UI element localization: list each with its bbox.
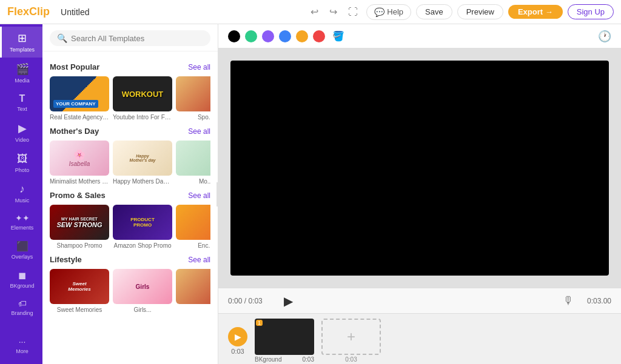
sidebar-item-video[interactable]: ▶ Video bbox=[0, 117, 42, 148]
sidebar-item-text[interactable]: T Text bbox=[0, 88, 42, 117]
branding-icon: 🏷 bbox=[18, 299, 27, 308]
template-label-life1: Sweet Memories bbox=[50, 306, 109, 313]
main-area: ⊞ Templates 🎬 Media T Text ▶ Video 🖼 Pho… bbox=[0, 24, 621, 364]
template-card-workout[interactable]: WORKOUT Youtube Intro For Fitness bbox=[113, 76, 172, 121]
text-icon: T bbox=[19, 93, 25, 104]
sidebar-label-photo: Photo bbox=[15, 167, 30, 173]
play-button[interactable]: ▶ bbox=[284, 294, 293, 308]
template-card-mother3[interactable]: Mo... bbox=[176, 141, 210, 185]
template-thumb-mother1: 🌸 Isabella bbox=[50, 141, 109, 176]
template-card-mother2[interactable]: HappyMother's day Happy Mothers Day For … bbox=[113, 141, 172, 185]
sidebar-item-photo[interactable]: 🖼 Photo bbox=[0, 148, 42, 178]
template-label-life2: Girls... bbox=[113, 306, 172, 313]
panel-search-area: 🔍 bbox=[42, 24, 218, 51]
sidebar-item-overlays[interactable]: ⬛ Overlays bbox=[0, 236, 42, 265]
template-card-mother1[interactable]: 🌸 Isabella Minimalist Mothers Day Greeti… bbox=[50, 141, 109, 185]
sidebar-item-branding[interactable]: 🏷 Branding bbox=[0, 294, 42, 321]
sidebar-label-templates: Templates bbox=[10, 47, 35, 53]
sidebar-item-media[interactable]: 🎬 Media bbox=[0, 58, 42, 88]
template-card-life2[interactable]: Girls Girls... bbox=[113, 269, 172, 313]
color-swatch-red[interactable] bbox=[313, 30, 325, 42]
fullscreen-button[interactable]: ⛶ bbox=[346, 4, 360, 20]
template-card-real-estate[interactable]: YOUR COMPANY Real Estate Agency Ads bbox=[50, 76, 109, 121]
template-thumb-life2: Girls bbox=[113, 269, 172, 304]
timer-icon[interactable]: 🕐 bbox=[598, 30, 611, 43]
section-title-popular: Most Popular bbox=[50, 62, 99, 71]
sidebar-label-music: Music bbox=[15, 197, 30, 204]
sidebar-item-elements[interactable]: ✦✦ Elements bbox=[0, 208, 42, 236]
template-label-mother1: Minimalist Mothers Day Greeting bbox=[50, 178, 109, 185]
timeline-add-label: 0:03 bbox=[345, 356, 357, 363]
color-toolbar: 🪣 🕐 bbox=[218, 24, 621, 48]
see-all-promo[interactable]: See all bbox=[188, 191, 210, 200]
logo: FlexClip bbox=[7, 5, 50, 18]
help-icon: 💬 bbox=[374, 7, 384, 17]
panel-collapse-button[interactable]: ‹ bbox=[217, 182, 218, 207]
template-label-shampoo: Shampoo Promo bbox=[50, 242, 109, 249]
save-button[interactable]: Save bbox=[416, 4, 452, 19]
template-row-lifestyle: SweetMemories Sweet Memories Girls Girls… bbox=[50, 269, 210, 313]
photo-icon: 🖼 bbox=[17, 153, 28, 165]
overlays-icon: ⬛ bbox=[16, 240, 29, 252]
template-card-life1[interactable]: SweetMemories Sweet Memories bbox=[50, 269, 109, 313]
search-wrap: 🔍 bbox=[50, 30, 210, 46]
template-thumb-life1: SweetMemories bbox=[50, 269, 109, 304]
color-swatch-blue[interactable] bbox=[279, 30, 291, 42]
template-label-sports: Spo... bbox=[176, 114, 210, 121]
search-icon: 🔍 bbox=[57, 33, 67, 43]
sidebar-item-more[interactable]: ··· More bbox=[0, 332, 42, 359]
media-icon: 🎬 bbox=[16, 62, 29, 76]
clip-badge: 1 bbox=[256, 320, 263, 326]
color-swatch-black[interactable] bbox=[228, 30, 240, 42]
signup-button[interactable]: Sign Up bbox=[568, 4, 614, 19]
color-swatch-teal[interactable] bbox=[245, 30, 257, 42]
see-all-mothers[interactable]: See all bbox=[188, 127, 210, 136]
sidebar-item-bkground[interactable]: ◼ BKground bbox=[0, 265, 42, 294]
timeline-clip[interactable]: 1 bbox=[255, 319, 314, 355]
template-card-amazon[interactable]: PRODUCT PROMO Amazon Shop Promo bbox=[113, 205, 172, 249]
timeline-add-button[interactable]: + bbox=[321, 319, 381, 355]
export-button[interactable]: Export → bbox=[508, 5, 563, 19]
document-title: Untitled bbox=[61, 7, 302, 17]
color-eraser-icon[interactable]: 🪣 bbox=[332, 30, 344, 42]
timeline-play-wrap: ▶ 0:03 bbox=[228, 327, 247, 355]
template-card-enc[interactable]: Enc... bbox=[176, 205, 210, 249]
help-button[interactable]: 💬 Help bbox=[366, 4, 411, 20]
timeline-play-duration: 0:03 bbox=[231, 348, 244, 355]
sidebar-label-media: Media bbox=[15, 78, 30, 84]
sidebar-label-elements: Elements bbox=[11, 225, 34, 231]
sidebar-item-templates[interactable]: ⊞ Templates bbox=[0, 27, 42, 58]
color-swatch-purple[interactable] bbox=[262, 30, 274, 42]
template-card-life3[interactable] bbox=[176, 269, 210, 313]
current-time: 0:00 / 0:03 bbox=[228, 297, 277, 305]
mic-icon[interactable]: 🎙 bbox=[563, 294, 574, 307]
timeline-play-button[interactable]: ▶ bbox=[228, 327, 247, 346]
template-row-mothers: 🌸 Isabella Minimalist Mothers Day Greeti… bbox=[50, 141, 210, 185]
topbar: FlexClip Untitled ↩ ↪ ⛶ 💬 Help Save Prev… bbox=[0, 0, 621, 24]
sidenav: ⊞ Templates 🎬 Media T Text ▶ Video 🖼 Pho… bbox=[0, 24, 42, 364]
template-row-promo: MY HAIR SECRET SEW STRONG Shampoo Promo … bbox=[50, 205, 210, 249]
section-title-promo: Promo & Sales bbox=[50, 191, 106, 200]
templates-icon: ⊞ bbox=[18, 31, 27, 45]
see-all-lifestyle[interactable]: See all bbox=[188, 256, 210, 264]
template-thumb-amazon: PRODUCT PROMO bbox=[113, 205, 172, 240]
sidebar-item-music[interactable]: ♪ Music bbox=[0, 178, 42, 208]
color-swatch-orange[interactable] bbox=[296, 30, 308, 42]
undo-button[interactable]: ↩ bbox=[308, 4, 321, 20]
template-card-shampoo[interactable]: MY HAIR SECRET SEW STRONG Shampoo Promo bbox=[50, 205, 109, 249]
template-label-real-estate: Real Estate Agency Ads bbox=[50, 114, 109, 121]
template-label-mother2: Happy Mothers Day For Sister bbox=[113, 178, 172, 185]
sidebar-label-more: More bbox=[16, 348, 29, 354]
topbar-right: 💬 Help Save Preview Export → Sign Up bbox=[366, 4, 614, 20]
logo-clip: Clip bbox=[29, 5, 50, 18]
canvas-area: 🪣 🕐 0:00 / 0:03 ▶ 🎙 0:03.00 ▶ 0:03 bbox=[218, 24, 621, 364]
search-input[interactable] bbox=[71, 34, 203, 43]
template-thumb-mother2: HappyMother's day bbox=[113, 141, 172, 176]
templates-panel: 🔍 Most Popular See all YOUR COMPANY Real… bbox=[42, 24, 218, 364]
preview-button[interactable]: Preview bbox=[457, 4, 503, 19]
bkground-icon: ◼ bbox=[18, 270, 26, 281]
panel-scroll[interactable]: Most Popular See all YOUR COMPANY Real E… bbox=[42, 51, 218, 364]
see-all-popular[interactable]: See all bbox=[188, 63, 210, 71]
template-card-sports[interactable]: Spo... bbox=[176, 76, 210, 121]
redo-button[interactable]: ↪ bbox=[327, 4, 340, 20]
